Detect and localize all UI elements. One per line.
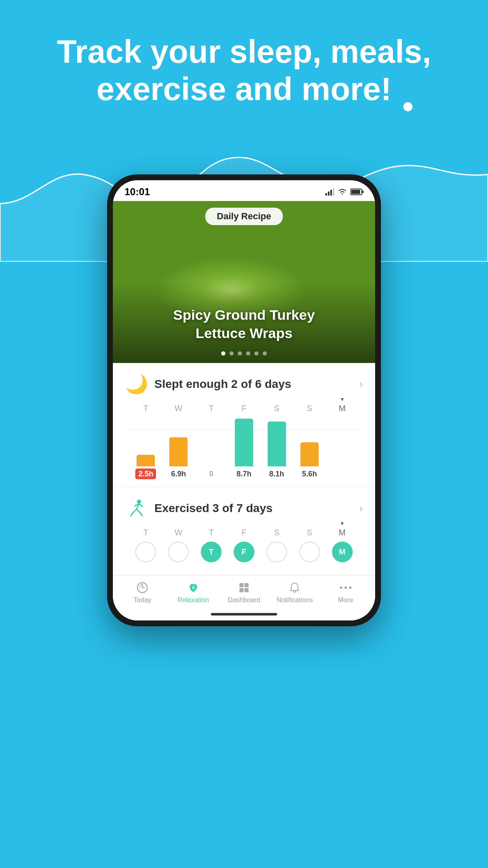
svg-rect-16	[239, 583, 244, 587]
sleep-bar-s1	[268, 422, 286, 466]
status-time: 10:01	[124, 186, 150, 198]
tab-notifications[interactable]: Notifications	[269, 581, 320, 604]
day-label-t2: T	[195, 404, 228, 413]
tab-bar: Today Relaxation	[113, 575, 375, 608]
exercise-section: Exercised 3 of 7 days › T W	[113, 487, 375, 575]
ex-circle-t1	[135, 542, 156, 562]
sleep-bar-s2	[300, 442, 319, 466]
ex-day-m: ▼ M M	[326, 528, 359, 562]
sleep-val-t2: 0	[195, 470, 228, 478]
tab-notifications-label: Notifications	[277, 596, 313, 604]
day-label-s2: S	[293, 404, 326, 413]
sleep-title: Slept enough 2 of 6 days	[154, 378, 291, 391]
svg-line-14	[131, 512, 133, 516]
sleep-bar-f	[235, 419, 253, 466]
notifications-icon	[288, 581, 301, 594]
wave-dot-decoration	[403, 102, 412, 111]
ex-day-s2: S	[293, 528, 326, 562]
ex-circle-s2	[299, 542, 320, 562]
svg-rect-19	[244, 588, 249, 592]
ex-day-s1: S	[260, 528, 293, 562]
sleep-val-w: 6.9h	[162, 470, 195, 478]
sleep-bar-t1	[137, 455, 155, 466]
ex-day-w: W	[162, 528, 195, 562]
day-label-f: F	[228, 404, 261, 413]
status-icons	[325, 188, 364, 196]
ex-label-s2: S	[307, 528, 312, 537]
exercise-chevron[interactable]: ›	[359, 503, 363, 514]
phone-mockup: 10:01	[107, 174, 381, 626]
carousel-dots	[113, 351, 375, 356]
exercise-title: Exercised 3 of 7 days	[154, 502, 273, 515]
ex-label-m: ▼ M	[339, 528, 346, 537]
more-icon	[340, 581, 351, 594]
exercise-icon	[125, 497, 148, 520]
home-bar	[211, 613, 277, 615]
tab-more[interactable]: More	[320, 581, 371, 604]
svg-rect-1	[328, 191, 329, 196]
signal-icon	[325, 188, 334, 196]
sleep-section: 🌙 Slept enough 2 of 6 days › T W T F S S	[113, 363, 375, 487]
svg-line-13	[140, 512, 142, 516]
sleep-header: 🌙 Slept enough 2 of 6 days ›	[125, 373, 363, 395]
hero-title: Track your sleep, meals, exercise and mo…	[0, 33, 488, 108]
day-label-m: ▼ M	[326, 404, 359, 413]
sleep-bar-m	[333, 466, 351, 466]
ex-circle-t2: T	[201, 542, 222, 562]
tab-relaxation-label: Relaxation	[178, 596, 209, 604]
sleep-bar-t2	[202, 466, 220, 466]
relaxation-icon	[187, 581, 200, 594]
svg-rect-5	[362, 191, 364, 193]
sleep-val-f: 8.7h	[228, 470, 261, 478]
day-label-w: W	[162, 404, 195, 413]
svg-rect-0	[325, 193, 327, 196]
sleep-chevron[interactable]: ›	[359, 378, 363, 390]
battery-icon	[350, 188, 364, 196]
dot-4[interactable]	[246, 351, 250, 356]
svg-rect-3	[333, 188, 334, 196]
dashboard-icon	[238, 581, 250, 594]
tab-today-label: Today	[134, 596, 151, 604]
day-label-s1: S	[260, 404, 293, 413]
ex-label-s1: S	[274, 528, 279, 537]
tab-relaxation[interactable]: Relaxation	[168, 581, 218, 604]
ex-circle-f: F	[234, 542, 254, 562]
wifi-icon	[338, 188, 347, 196]
svg-rect-18	[239, 588, 244, 592]
tab-dashboard-label: Dashboard	[228, 596, 260, 604]
ex-day-t2: T T	[195, 528, 228, 562]
ex-label-t2: T	[209, 528, 214, 537]
tab-today[interactable]: Today	[117, 581, 168, 604]
dot-5[interactable]	[254, 351, 259, 356]
exercise-header: Exercised 3 of 7 days ›	[125, 497, 363, 520]
ex-label-t1: T	[143, 528, 148, 537]
sleep-icon: 🌙	[125, 373, 148, 395]
svg-rect-2	[330, 190, 332, 196]
ex-day-f: F F	[228, 528, 261, 562]
today-icon	[136, 581, 149, 594]
ex-day-t1: T	[129, 528, 162, 562]
ex-circle-w	[168, 542, 189, 562]
sleep-val-t1: 2.5h	[129, 470, 162, 478]
ex-circle-m: M	[332, 542, 353, 562]
day-label-t1: T	[129, 404, 162, 413]
svg-line-9	[133, 509, 137, 512]
ex-label-f: F	[242, 528, 246, 537]
dot-3[interactable]	[238, 351, 242, 356]
tab-dashboard[interactable]: Dashboard	[219, 581, 269, 604]
recipe-banner[interactable]: Daily Recipe Spicy Ground TurkeyLettuce …	[113, 201, 375, 363]
recipe-title: Spicy Ground TurkeyLettuce Wraps	[113, 306, 375, 342]
dot-6[interactable]	[263, 351, 267, 356]
sleep-val-s2: 5.6h	[293, 470, 326, 478]
home-indicator	[113, 608, 375, 620]
svg-rect-6	[351, 190, 360, 194]
ex-circle-s1	[266, 542, 287, 562]
svg-line-11	[139, 504, 142, 507]
sleep-bar-w	[169, 437, 188, 466]
sleep-val-s1: 8.1h	[260, 470, 293, 478]
recipe-label: Daily Recipe	[205, 208, 283, 225]
dot-2[interactable]	[229, 351, 234, 356]
sleep-val-m	[326, 470, 359, 478]
dot-1[interactable]	[221, 351, 225, 356]
ex-label-w: W	[175, 528, 183, 537]
